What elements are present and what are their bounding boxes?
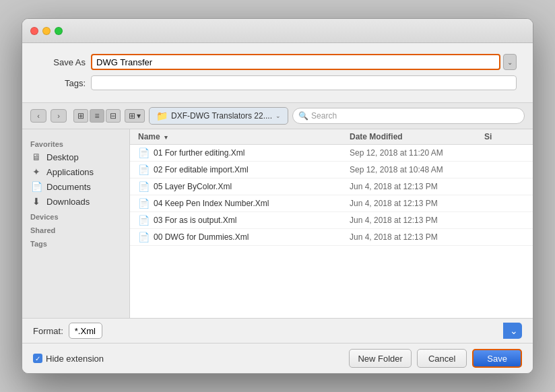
format-select-wrapper: *.Xml	[69, 323, 522, 339]
arrange-button[interactable]: ⊞ ▾	[125, 109, 145, 123]
view-grid-button[interactable]: ⊞	[73, 109, 88, 123]
location-chevron: ⌄	[275, 112, 281, 119]
applications-icon: ✦	[30, 166, 42, 177]
sidebar-item-applications[interactable]: ✦ Applications	[22, 164, 129, 179]
folder-icon: 📁	[156, 110, 168, 121]
file-icon: 📄	[138, 232, 150, 242]
col-size-header: Si	[484, 132, 525, 141]
close-button[interactable]	[30, 27, 38, 35]
file-date: Jun 4, 2018 at 12:13 PM	[350, 216, 484, 225]
main-area: Favorites 🖥 Desktop ✦ Applications 📄 Doc…	[22, 129, 533, 318]
table-row[interactable]: 📄 02 For editable import.Xml Sep 12, 201…	[130, 162, 533, 178]
shared-label: Shared	[22, 222, 129, 236]
sidebar-downloads-label: Downloads	[46, 197, 90, 207]
sort-arrow: ▾	[164, 134, 168, 141]
save-as-label: Save As	[38, 57, 86, 67]
search-placeholder: Search	[311, 111, 337, 121]
sidebar-documents-label: Documents	[46, 182, 91, 192]
file-date: Jun 4, 2018 at 12:13 PM	[350, 199, 484, 208]
save-as-input[interactable]	[91, 54, 500, 70]
save-button[interactable]: Save	[472, 349, 522, 368]
search-box[interactable]: 🔍 Search	[292, 108, 525, 124]
table-row[interactable]: 📄 01 For further editing.Xml Sep 12, 201…	[130, 145, 533, 162]
file-list-header: Name ▾ Date Modified Si	[130, 129, 533, 145]
columns-icon: ⊟	[110, 111, 117, 121]
file-date: Sep 12, 2018 at 10:48 AM	[350, 165, 484, 174]
downloads-icon: ⬇	[30, 196, 42, 207]
bottom-bar: Format: *.Xml ✓ Hide extension New Folde…	[22, 318, 533, 373]
search-icon: 🔍	[298, 111, 308, 121]
sidebar-applications-label: Applications	[46, 167, 94, 177]
table-row[interactable]: 📄 00 DWG for Dummies.Xml Jun 4, 2018 at …	[130, 229, 533, 246]
documents-icon: 📄	[30, 181, 42, 192]
table-row[interactable]: 📄 03 For as is output.Xml Jun 4, 2018 at…	[130, 212, 533, 229]
file-name: 02 For editable import.Xml	[154, 165, 350, 174]
arrange-icon: ⊞	[129, 111, 135, 121]
tags-label: Tags:	[38, 78, 86, 88]
location-label: DXF-DWG Translators 22....	[171, 111, 272, 121]
tags-section-label: Tags	[22, 236, 129, 249]
sidebar-item-downloads[interactable]: ⬇ Downloads	[22, 194, 129, 209]
file-name: 01 For further editing.Xml	[154, 148, 350, 158]
arrange-chevron: ▾	[137, 111, 141, 121]
view-list-button[interactable]: ≡	[90, 109, 104, 123]
location-button[interactable]: 📁 DXF-DWG Translators 22.... ⌄	[149, 107, 288, 125]
col-date-header: Date Modified	[350, 132, 484, 141]
sidebar-desktop-label: Desktop	[46, 152, 79, 162]
file-name: 05 Layer ByColor.Xml	[154, 182, 350, 191]
view-columns-button[interactable]: ⊟	[106, 109, 121, 123]
new-folder-button[interactable]: New Folder	[349, 349, 411, 368]
tags-input[interactable]	[91, 75, 517, 90]
save-dialog: Save As ⌄ Tags: ‹ › ⊞ ≡ ⊟ ⊞	[22, 18, 533, 374]
file-icon: 📄	[138, 148, 150, 158]
toolbar: ‹ › ⊞ ≡ ⊟ ⊞ ▾ 📁 DXF-DWG Translators 22..…	[22, 102, 533, 129]
back-button[interactable]: ‹	[30, 109, 46, 123]
table-row[interactable]: 📄 04 Keep Pen Index Number.Xml Jun 4, 20…	[130, 195, 533, 212]
file-icon: 📄	[138, 181, 150, 192]
file-name: 03 For as is output.Xml	[154, 216, 350, 225]
minimize-button[interactable]	[42, 27, 51, 35]
desktop-icon: 🖥	[30, 152, 42, 162]
table-row[interactable]: 📄 05 Layer ByColor.Xml Jun 4, 2018 at 12…	[130, 178, 533, 195]
action-row: ✓ Hide extension New Folder Cancel Save	[22, 344, 533, 373]
traffic-lights	[30, 27, 63, 35]
hide-extension-checkbox[interactable]: ✓	[33, 354, 42, 363]
list-icon: ≡	[94, 111, 99, 121]
sidebar: Favorites 🖥 Desktop ✦ Applications 📄 Doc…	[22, 129, 130, 318]
file-date: Sep 12, 2018 at 11:20 AM	[350, 148, 484, 158]
file-icon: 📄	[138, 215, 150, 226]
file-list: Name ▾ Date Modified Si 📄 01 For further…	[130, 129, 533, 318]
cancel-button[interactable]: Cancel	[417, 349, 467, 368]
save-as-chevron[interactable]: ⌄	[503, 54, 517, 70]
file-name: 00 DWG for Dummies.Xml	[154, 232, 350, 242]
hide-extension-checkbox-label[interactable]: ✓ Hide extension	[33, 354, 104, 364]
col-name-header: Name ▾	[138, 132, 350, 141]
file-date: Jun 4, 2018 at 12:13 PM	[350, 232, 484, 242]
sidebar-item-desktop[interactable]: 🖥 Desktop	[22, 150, 129, 164]
devices-label: Devices	[22, 209, 129, 222]
maximize-button[interactable]	[55, 27, 63, 35]
format-row: Format: *.Xml	[22, 319, 533, 344]
sidebar-item-documents[interactable]: 📄 Documents	[22, 179, 129, 194]
format-label: Format:	[33, 326, 63, 336]
file-icon: 📄	[138, 164, 150, 175]
tags-row: Tags:	[38, 75, 517, 90]
forward-button[interactable]: ›	[51, 109, 67, 123]
view-buttons: ⊞ ≡ ⊟	[73, 109, 121, 123]
favorites-label: Favorites	[22, 136, 129, 150]
format-select[interactable]: *.Xml	[69, 323, 102, 339]
file-icon: 📄	[138, 198, 150, 209]
hide-extension-label: Hide extension	[46, 354, 104, 364]
save-as-row: Save As ⌄	[38, 54, 517, 70]
file-name: 04 Keep Pen Index Number.Xml	[154, 199, 350, 208]
file-date: Jun 4, 2018 at 12:13 PM	[350, 182, 484, 191]
grid-icon: ⊞	[77, 111, 84, 121]
form-area: Save As ⌄ Tags:	[22, 43, 533, 102]
title-bar	[22, 19, 533, 43]
